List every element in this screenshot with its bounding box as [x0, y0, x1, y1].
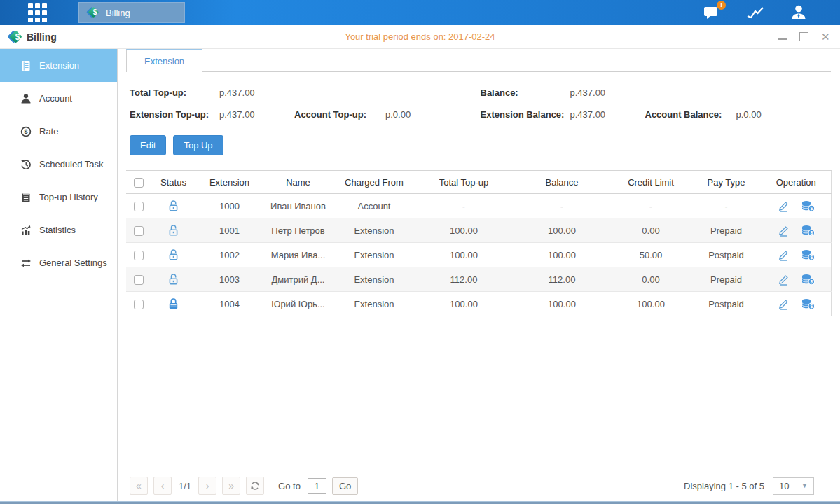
user-account-icon[interactable] [790, 4, 808, 21]
cell-extension: 1003 [196, 267, 263, 292]
table-row: 1002Мария Ива...Extension100.00100.0050.… [126, 243, 831, 267]
refresh-button[interactable] [246, 477, 264, 495]
unlocked-icon [167, 248, 179, 259]
window-bottom-edge [0, 501, 840, 504]
locked-icon [167, 298, 179, 308]
messages-icon[interactable]: ! [703, 4, 721, 21]
sidebar: Extension Account $ Rate [0, 49, 118, 501]
account-balance-label: Account Balance: [645, 109, 736, 120]
balance-label: Balance: [481, 88, 570, 98]
minimize-icon[interactable] [778, 34, 787, 40]
topup-row-icon[interactable]: $ [801, 298, 815, 309]
header-credit-limit: Credit Limit [611, 171, 691, 194]
sidebar-item-topup-history[interactable]: Top-up History [0, 181, 117, 214]
cell-pay-type: - [691, 194, 762, 218]
maximize-icon[interactable] [799, 32, 808, 41]
account-balance-value: p.0.00 [736, 109, 811, 120]
dollar-circle-icon: $ [20, 126, 32, 137]
topup-button[interactable]: Top Up [173, 135, 223, 155]
row-checkbox[interactable] [134, 275, 144, 285]
cell-pay-type: Prepaid [691, 218, 762, 243]
go-button[interactable]: Go [332, 477, 358, 495]
topbar-billing-tab[interactable]: $ Billing [78, 2, 185, 23]
cell-charged-from: Extension [333, 292, 415, 316]
select-all-checkbox[interactable] [134, 178, 144, 188]
tab-extension[interactable]: Extension [126, 49, 202, 72]
topup-row-icon[interactable]: $ [801, 273, 815, 285]
cell-charged-from: Account [333, 194, 415, 218]
cell-total-topup: 100.00 [415, 218, 513, 243]
topup-row-icon[interactable]: $ [801, 248, 815, 260]
sidebar-item-general-settings[interactable]: General Settings [0, 246, 117, 279]
unlocked-icon [167, 273, 179, 284]
tabstrip: Extension [126, 49, 831, 72]
header-name: Name [263, 171, 333, 194]
statistics-chart-icon[interactable] [746, 4, 764, 21]
ledger-icon [20, 60, 32, 71]
page-size-select[interactable]: 10 ▼ [773, 477, 814, 495]
sidebar-item-label: Account [39, 93, 72, 104]
edit-row-icon[interactable] [777, 200, 790, 211]
trial-notice: Your trial period ends on: 2017-02-24 [345, 31, 495, 42]
sidebar-item-statistics[interactable]: Statistics [0, 214, 117, 246]
edit-button[interactable]: Edit [130, 135, 166, 155]
header-pay-type: Pay Type [691, 171, 762, 194]
cell-balance: 100.00 [513, 218, 611, 243]
sidebar-item-label: Top-up History [39, 192, 98, 202]
cell-credit-limit: 50.00 [611, 243, 691, 267]
topup-row-icon[interactable]: $ [801, 224, 815, 236]
extension-balance-value: p.437.00 [570, 109, 645, 120]
cell-extension: 1004 [196, 292, 263, 316]
row-checkbox[interactable] [134, 251, 144, 260]
sidebar-item-account[interactable]: Account [0, 82, 117, 115]
topbar-right-icons: ! [703, 4, 840, 21]
svg-text:$: $ [24, 128, 27, 135]
pagination-bar: « ‹ 1/1 › » Go to Go Displaying [126, 477, 831, 495]
cell-credit-limit: 100.00 [611, 292, 691, 316]
main-content: Extension Total Top-up: p.437.00 Extensi… [118, 49, 840, 501]
cell-total-topup: 112.00 [415, 267, 513, 292]
cell-credit-limit: 0.00 [611, 267, 691, 292]
edit-row-icon[interactable] [777, 273, 790, 285]
row-checkbox[interactable] [134, 202, 144, 211]
topup-row-icon[interactable]: $ [801, 200, 815, 211]
svg-text:$: $ [810, 206, 813, 211]
edit-row-icon[interactable] [777, 298, 790, 309]
header-extension: Extension [196, 171, 263, 194]
cell-balance: 100.00 [513, 292, 611, 316]
edit-row-icon[interactable] [777, 224, 790, 236]
sidebar-item-label: Statistics [39, 225, 76, 235]
edit-row-icon[interactable] [777, 248, 790, 260]
billing-window: $ Billing ! [0, 0, 840, 504]
cell-balance: 100.00 [513, 243, 611, 267]
chevron-right-icon: › [206, 480, 209, 491]
prev-page-button[interactable]: ‹ [153, 477, 172, 495]
extension-topup-label: Extension Top-up: [130, 109, 219, 120]
header-status: Status [151, 171, 196, 194]
table-row: 1003Дмитрий Д...Extension112.00112.000.0… [126, 267, 831, 292]
extension-topup-value: p.437.00 [219, 109, 294, 120]
window-title: Billing [27, 31, 57, 43]
sidebar-item-extension[interactable]: Extension [0, 49, 117, 82]
next-page-button[interactable]: › [198, 477, 216, 495]
extension-table: Status Extension Name Charged From Total… [126, 170, 832, 316]
chevron-down-icon: ▼ [801, 482, 808, 489]
cell-credit-limit: - [611, 194, 691, 218]
first-page-button[interactable]: « [130, 477, 148, 495]
balance-value: p.437.00 [570, 88, 645, 98]
sidebar-item-scheduled-task[interactable]: Scheduled Task [0, 148, 117, 181]
app-grid-icon[interactable] [25, 3, 49, 22]
double-chevron-left-icon: « [136, 480, 142, 491]
clock-history-icon [20, 159, 32, 170]
header-charged-from: Charged From [333, 171, 415, 194]
goto-label: Go to [278, 481, 301, 491]
displaying-text: Displaying 1 - 5 of 5 [684, 481, 764, 491]
row-checkbox[interactable] [134, 226, 144, 236]
last-page-button[interactable]: » [222, 477, 240, 495]
row-checkbox[interactable] [134, 300, 144, 309]
cell-name: Иван Иванов [263, 194, 333, 218]
account-topup-label: Account Top-up: [294, 109, 385, 120]
goto-page-input[interactable] [308, 478, 326, 494]
sidebar-item-rate[interactable]: $ Rate [0, 115, 117, 148]
close-icon[interactable]: ✕ [821, 32, 830, 41]
